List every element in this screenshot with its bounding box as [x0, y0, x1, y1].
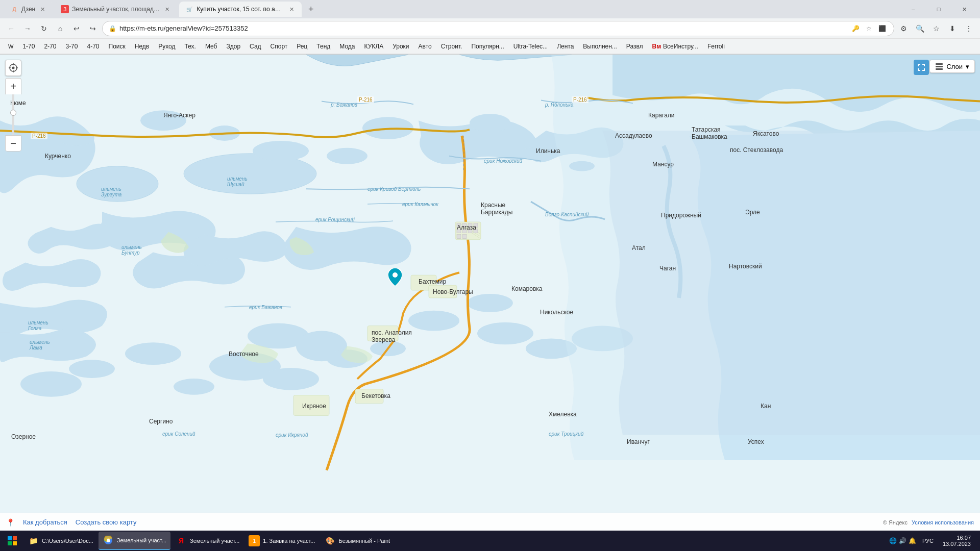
svg-point-1	[184, 154, 316, 194]
extensions-button[interactable]: ⚙	[896, 21, 911, 36]
taskbar-zayavka-label: 1. Заявка на участ...	[263, 538, 315, 544]
copyright-section: © Яндекс Условия использования	[883, 519, 974, 525]
svg-rect-37	[462, 223, 467, 228]
bookmark-meb[interactable]: Меб	[201, 42, 222, 51]
star-icon[interactable]: ☆	[863, 23, 874, 34]
bookmark-poisk[interactable]: Поиск	[105, 42, 130, 51]
more-menu[interactable]: ⋮	[962, 21, 976, 36]
home-button[interactable]: ⌂	[53, 21, 67, 36]
redo-button[interactable]: ↪	[86, 21, 100, 36]
svg-point-62	[107, 539, 110, 542]
extensions-icon[interactable]: ⬛	[876, 23, 888, 34]
layers-button[interactable]: Слои ▾	[929, 60, 975, 73]
svg-rect-33	[355, 389, 383, 404]
tab-zemelniy[interactable]: З Земельный участок, площадь... ✕	[55, 2, 177, 17]
language-indicator[interactable]: РУС	[920, 537, 936, 545]
new-tab-button[interactable]: +	[304, 2, 318, 16]
create-map-link[interactable]: Создать свою карту	[76, 518, 137, 526]
bookmark-uroki[interactable]: Уроки	[388, 42, 413, 51]
tab-close-kupit[interactable]: ✕	[287, 5, 296, 13]
bookmark-zdor[interactable]: Здор	[222, 42, 244, 51]
maximize-button[interactable]: □	[927, 2, 950, 17]
bookmark-popular[interactable]: Популярн...	[467, 42, 508, 51]
tab-dzen[interactable]: Д Дзен ✕	[4, 2, 53, 17]
svg-point-9	[327, 148, 368, 164]
bookmark-kukla[interactable]: КУКЛА	[360, 42, 388, 51]
bookmark-rukhod[interactable]: Руход	[154, 42, 179, 51]
bookmark-2-70[interactable]: 2-70	[40, 42, 60, 51]
tab-close-dzen[interactable]: ✕	[38, 5, 46, 13]
downloads-icon[interactable]: ⬇	[945, 21, 960, 36]
zoom-icon: 🔍	[913, 21, 927, 36]
taskbar-item-yandex[interactable]: Я Земельный участ...	[172, 532, 243, 550]
key-icon[interactable]: 🔑	[850, 23, 861, 34]
zoom-in-button[interactable]: +	[5, 78, 21, 94]
svg-rect-58	[8, 541, 12, 545]
ssl-icon: 🔒	[109, 25, 116, 32]
zoom-handle[interactable]	[10, 110, 16, 116]
close-button[interactable]: ✕	[952, 2, 976, 17]
svg-point-15	[69, 360, 115, 378]
taskbar-item-explorer[interactable]: 📁 C:\Users\User\Doc...	[23, 532, 97, 550]
back-button[interactable]: ←	[4, 21, 18, 36]
bookmark-razvl[interactable]: Развл	[622, 42, 647, 51]
yandex-icon: Я	[176, 535, 187, 546]
svg-rect-59	[13, 541, 17, 545]
directions-link[interactable]: Как добраться	[23, 518, 67, 526]
bookmark-avto[interactable]: Авто	[414, 42, 436, 51]
zoom-out-button[interactable]: −	[5, 135, 21, 152]
tab-title-zemelniy: Земельный участок, площадь...	[72, 6, 160, 13]
bookmark-3-70[interactable]: 3-70	[61, 42, 82, 51]
reload-button[interactable]: ↻	[37, 21, 51, 36]
bookmark-ferroli[interactable]: Ferroli	[703, 42, 729, 51]
taskbar-item-chrome[interactable]: Земельный участ...	[99, 532, 170, 550]
geolocation-button[interactable]	[5, 60, 21, 76]
bookmark-sad[interactable]: Сад	[246, 42, 265, 51]
taskbar-paint-label: Безымянный - Paint	[338, 538, 390, 544]
minimize-button[interactable]: –	[901, 2, 925, 17]
bookmark-vseinstr[interactable]: ВмВсеИнстру...	[648, 42, 702, 51]
layers-label: Слои	[946, 63, 963, 70]
bookmark-w[interactable]: W	[4, 42, 17, 51]
taskbar-item-paint[interactable]: 🎨 Безымянный - Paint	[320, 532, 394, 550]
bookmark-w-icon: W	[8, 43, 13, 49]
bookmark-vypolnen[interactable]: Выполнен...	[579, 42, 621, 51]
bookmark-lenta[interactable]: Лента	[553, 42, 578, 51]
zoom-controls: + −	[5, 78, 21, 152]
forward-button[interactable]: →	[20, 21, 35, 36]
tab-close-zemelniy[interactable]: ✕	[163, 5, 171, 13]
bookmark-moda[interactable]: Мода	[335, 42, 359, 51]
bookmark-tekh[interactable]: Тех.	[181, 42, 200, 51]
clock-time: 16:07	[957, 535, 971, 541]
terms-link[interactable]: Условия использования	[912, 519, 974, 525]
bookmark-ultra[interactable]: Ultra-Telec...	[509, 42, 552, 51]
svg-rect-45	[462, 235, 467, 239]
map-container[interactable]: Кюме Р-216 Янго-Аскер Р-216 Р-216 Карага…	[0, 55, 980, 531]
undo-button[interactable]: ↩	[69, 21, 84, 36]
bookmark-star[interactable]: ☆	[929, 21, 943, 36]
notify-icon[interactable]: 🔔	[909, 537, 916, 544]
bookmark-rets[interactable]: Рец	[292, 42, 311, 51]
taskbar-item-zayavka[interactable]: 1 1. Заявка на участ...	[244, 532, 319, 550]
svg-point-2	[77, 166, 158, 202]
svg-point-6	[470, 114, 510, 132]
svg-rect-42	[468, 229, 472, 233]
tab-kupit[interactable]: 🛒 Купить участок, 15 сот. по адр... ✕	[179, 2, 302, 17]
expand-map-button[interactable]	[914, 60, 929, 75]
start-button[interactable]	[2, 532, 22, 550]
bookmark-nedv[interactable]: Недв	[131, 42, 153, 51]
bookmark-4-70[interactable]: 4-70	[83, 42, 103, 51]
bookmark-stroit[interactable]: Строит.	[437, 42, 467, 51]
zoom-slider[interactable]	[12, 94, 14, 135]
bookmark-tend[interactable]: Тенд	[312, 42, 334, 51]
svg-rect-54	[936, 66, 943, 67]
paint-icon: 🎨	[324, 535, 335, 546]
bookmark-sport[interactable]: Спорт	[266, 42, 292, 51]
taskbar-yandex-label: Земельный участ...	[190, 538, 239, 544]
bookmark-1-70[interactable]: 1-70	[18, 42, 39, 51]
layers-dropdown-icon: ▾	[966, 63, 969, 70]
address-bar[interactable]: 🔒 https://m-ets.ru/generalView?id=257513…	[102, 21, 894, 36]
taskbar-clock[interactable]: 16:07 13.07.2023	[940, 534, 974, 548]
svg-point-48	[12, 67, 15, 69]
windows-logo-icon	[7, 536, 17, 546]
